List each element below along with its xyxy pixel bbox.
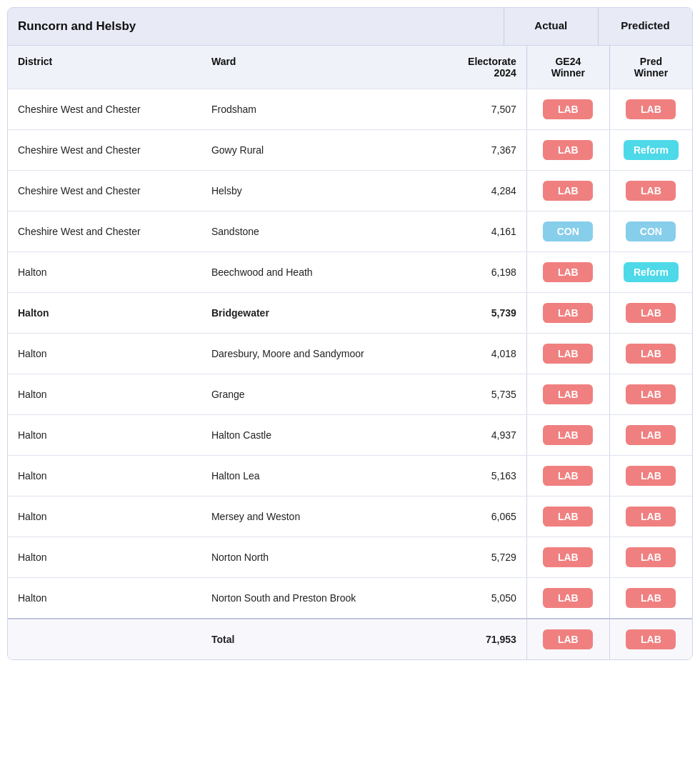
data-rows: Cheshire West and Chester Frodsham 7,507…	[8, 89, 692, 618]
main-table: Runcorn and Helsby Actual Predicted Dist…	[7, 7, 693, 660]
pred-badge: LAB	[626, 181, 676, 201]
ge24-cell: LAB	[526, 293, 609, 333]
electorate-cell: 7,367	[444, 130, 526, 170]
ward-cell: Sandstone	[201, 211, 444, 251]
table-row: Halton Halton Castle 4,937 LAB LAB	[8, 414, 692, 455]
electorate-cell: 6,065	[444, 497, 526, 537]
ge24-badge: LAB	[543, 425, 593, 445]
pred-badge: LAB	[626, 425, 676, 445]
ge24-cell: CON	[526, 211, 609, 251]
pred-cell: LAB	[609, 537, 692, 577]
pred-cell: Reform	[609, 252, 692, 292]
district-header: District	[8, 46, 201, 89]
ward-cell: Daresbury, Moore and Sandymoor	[201, 334, 444, 374]
pred-cell: LAB	[609, 89, 692, 129]
ward-cell: Norton North	[201, 537, 444, 577]
ward-cell: Gowy Rural	[201, 130, 444, 170]
ge24-badge: LAB	[543, 262, 593, 282]
district-cell: Cheshire West and Chester	[8, 130, 201, 170]
pred-badge: Reform	[624, 262, 679, 282]
pred-cell: LAB	[609, 497, 692, 537]
electorate-cell: 4,161	[444, 211, 526, 251]
ward-cell: Helsby	[201, 171, 444, 211]
pred-badge: LAB	[626, 344, 676, 364]
district-cell: Halton	[8, 497, 201, 537]
ge24-cell: LAB	[526, 171, 609, 211]
electorate-cell: 5,735	[444, 374, 526, 414]
electorate-cell: 6,198	[444, 252, 526, 292]
pred-cell: LAB	[609, 374, 692, 414]
pred-cell: CON	[609, 211, 692, 251]
title-row: Runcorn and Helsby Actual Predicted	[8, 8, 692, 45]
table-row: Cheshire West and Chester Gowy Rural 7,3…	[8, 129, 692, 170]
electorate-cell: 4,018	[444, 334, 526, 374]
pred-badge: LAB	[626, 588, 676, 608]
pred-badge: Reform	[624, 140, 679, 160]
ge24-cell: LAB	[526, 497, 609, 537]
pred-badge: LAB	[626, 303, 676, 323]
pred-badge: LAB	[626, 507, 676, 527]
total-ge24-badge: LAB	[543, 629, 593, 649]
pred-header: PredWinner	[609, 46, 692, 89]
table-row: Halton Bridgewater 5,739 LAB LAB	[8, 292, 692, 333]
electorate-cell: 7,507	[444, 89, 526, 129]
ge24-cell: LAB	[526, 252, 609, 292]
ge24-badge: CON	[543, 221, 593, 241]
ge24-cell: LAB	[526, 456, 609, 496]
district-cell: Cheshire West and Chester	[8, 171, 201, 211]
electorate-cell: 4,937	[444, 415, 526, 455]
pred-cell: LAB	[609, 578, 692, 618]
pred-cell: LAB	[609, 293, 692, 333]
total-pred-cell: LAB	[609, 619, 692, 659]
ge24-cell: LAB	[526, 334, 609, 374]
electorate-cell: 5,163	[444, 456, 526, 496]
ward-cell: Halton Lea	[201, 456, 444, 496]
pred-cell: LAB	[609, 334, 692, 374]
ge24-cell: LAB	[526, 130, 609, 170]
table-row: Halton Norton North 5,729 LAB LAB	[8, 537, 692, 577]
pred-badge: LAB	[626, 547, 676, 567]
ge24-badge: LAB	[543, 384, 593, 404]
table-row: Halton Beechwood and Heath 6,198 LAB Ref…	[8, 251, 692, 292]
ward-cell: Beechwood and Heath	[201, 252, 444, 292]
ge24-header: GE24Winner	[526, 46, 609, 89]
ward-cell: Frodsham	[201, 89, 444, 129]
total-ge24-cell: LAB	[526, 619, 609, 659]
district-cell: Halton	[8, 374, 201, 414]
pred-cell: LAB	[609, 456, 692, 496]
actual-header: Actual	[504, 8, 598, 45]
pred-cell: Reform	[609, 130, 692, 170]
ge24-badge: LAB	[543, 303, 593, 323]
district-cell: Halton	[8, 537, 201, 577]
ge24-badge: LAB	[543, 588, 593, 608]
pred-badge: CON	[626, 221, 676, 241]
pred-badge: LAB	[626, 384, 676, 404]
ward-header: Ward	[201, 46, 444, 89]
column-headers: District Ward Electorate2024 GE24Winner …	[8, 45, 692, 89]
ge24-badge: LAB	[543, 99, 593, 119]
ge24-cell: LAB	[526, 578, 609, 618]
total-row: Total 71,953 LAB LAB	[8, 618, 692, 659]
table-row: Halton Mersey and Weston 6,065 LAB LAB	[8, 496, 692, 537]
table-row: Halton Daresbury, Moore and Sandymoor 4,…	[8, 333, 692, 374]
ward-cell: Grange	[201, 374, 444, 414]
table-row: Halton Halton Lea 5,163 LAB LAB	[8, 455, 692, 496]
ge24-badge: LAB	[543, 140, 593, 160]
table-row: Cheshire West and Chester Helsby 4,284 L…	[8, 170, 692, 211]
district-cell: Halton	[8, 578, 201, 618]
predicted-header: Predicted	[598, 8, 692, 45]
district-cell: Halton	[8, 456, 201, 496]
table-title: Runcorn and Helsby	[8, 8, 504, 45]
ge24-cell: LAB	[526, 415, 609, 455]
electorate-cell: 5,729	[444, 537, 526, 577]
total-district-cell	[8, 619, 201, 659]
electorate-cell: 5,739	[444, 293, 526, 333]
ge24-badge: LAB	[543, 507, 593, 527]
ge24-cell: LAB	[526, 374, 609, 414]
pred-cell: LAB	[609, 171, 692, 211]
pred-badge: LAB	[626, 466, 676, 486]
total-electorate: 71,953	[444, 619, 526, 659]
pred-badge: LAB	[626, 99, 676, 119]
total-label: Total	[201, 619, 444, 659]
district-cell: Halton	[8, 252, 201, 292]
